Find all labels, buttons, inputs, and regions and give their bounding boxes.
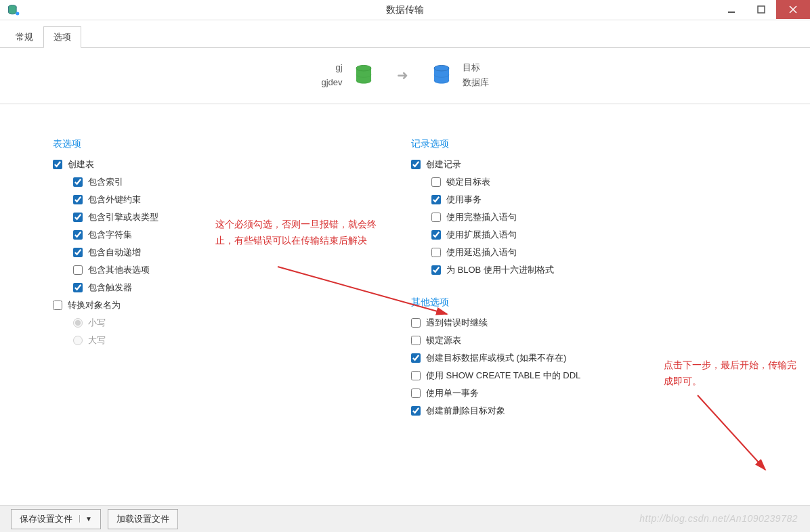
chk-include-fk[interactable]: 包含外键约束 <box>73 194 411 206</box>
annotation-2: 点击下一步，最后开始，传输完成即可。 <box>664 357 799 390</box>
save-settings-button[interactable]: 保存设置文件 ▼ <box>11 509 101 529</box>
source-name: gj <box>321 60 342 75</box>
close-button[interactable] <box>776 0 810 19</box>
chk-full-insert[interactable]: 使用完整插入语句 <box>431 211 769 223</box>
chk-include-fk-box[interactable] <box>73 195 83 204</box>
other-options-title: 其他选项 <box>411 296 769 309</box>
chk-delete-before[interactable]: 创建前删除目标对象 <box>411 405 769 417</box>
chk-use-txn-box[interactable] <box>431 195 441 204</box>
chk-include-charset-box[interactable] <box>73 230 83 240</box>
record-options-title: 记录选项 <box>411 138 769 150</box>
chk-create-table-box[interactable] <box>53 160 62 169</box>
chk-single-txn-box[interactable] <box>411 389 421 398</box>
chk-include-other-box[interactable] <box>73 265 83 275</box>
window-title: 数据传输 <box>386 4 424 16</box>
chk-create-target-db-box[interactable] <box>411 353 421 363</box>
right-column: 记录选项 创建记录 锁定目标表 使用事务 使用完整插入语句 使用扩展插入语句 使… <box>411 138 769 437</box>
chk-create-record[interactable]: 创建记录 <box>411 158 769 171</box>
radio-upper[interactable]: 大写 <box>73 334 411 347</box>
chk-delay-insert[interactable]: 使用延迟插入语句 <box>431 246 769 259</box>
database-icon <box>430 63 453 88</box>
chk-convert-name[interactable]: 转换对象名为 <box>53 299 411 311</box>
chk-ext-insert[interactable]: 使用扩展插入语句 <box>431 229 769 241</box>
target-labels: 目标 数据库 <box>463 60 489 90</box>
chk-blob-hex[interactable]: 为 BLOB 使用十六进制格式 <box>431 264 769 276</box>
chk-blob-hex-box[interactable] <box>431 265 441 275</box>
left-column: 表选项 创建表 包含索引 包含外键约束 包含引擎或表类型 包含字符集 包含自动递… <box>53 138 411 437</box>
maximize-button[interactable] <box>746 0 776 19</box>
transfer-header: gj gjdev ➜ 目标 数据库 <box>0 48 810 104</box>
titlebar: 数据传输 <box>0 0 810 20</box>
radio-lower-input[interactable] <box>73 318 83 328</box>
source-labels: gj gjdev <box>321 60 342 90</box>
chk-delete-before-box[interactable] <box>411 406 421 416</box>
chevron-down-icon[interactable]: ▼ <box>79 515 92 523</box>
chk-include-index[interactable]: 包含索引 <box>73 176 411 188</box>
arrow-icon: ➜ <box>397 67 408 83</box>
case-radio-group: 小写 大写 <box>73 317 411 347</box>
svg-point-1 <box>16 12 19 15</box>
source-block: gj gjdev <box>321 60 375 90</box>
target-name: 目标 <box>463 60 489 75</box>
other-options-section: 其他选项 遇到错误时继续 锁定源表 创建目标数据库或模式 (如果不存在) 使用 … <box>411 296 769 417</box>
database-icon <box>352 63 375 88</box>
svg-rect-3 <box>758 6 765 13</box>
tab-options[interactable]: 选项 <box>43 26 81 48</box>
chk-use-txn[interactable]: 使用事务 <box>431 194 769 206</box>
source-schema: gjdev <box>321 75 342 90</box>
minimize-button[interactable] <box>717 0 746 19</box>
save-settings-label: 保存设置文件 <box>20 513 72 525</box>
chk-include-trigger[interactable]: 包含触发器 <box>73 282 411 294</box>
target-block: 目标 数据库 <box>430 60 489 90</box>
chk-include-other[interactable]: 包含其他表选项 <box>73 264 411 276</box>
chk-lock-target-box[interactable] <box>431 177 441 187</box>
chk-continue-on-error-box[interactable] <box>411 318 421 328</box>
chk-convert-name-box[interactable] <box>53 301 62 310</box>
chk-lock-source-box[interactable] <box>411 336 421 345</box>
chk-include-autoinc-box[interactable] <box>73 248 83 257</box>
app-icon <box>7 3 20 17</box>
table-options-title: 表选项 <box>53 138 411 150</box>
chk-use-show-create-box[interactable] <box>411 371 421 380</box>
chk-continue-on-error[interactable]: 遇到错误时继续 <box>411 317 769 329</box>
radio-upper-input[interactable] <box>73 336 83 345</box>
window-controls <box>717 0 810 19</box>
annotation-1: 这个必须勾选，否则一旦报错，就会终止，有些错误可以在传输结束后解决 <box>215 217 385 249</box>
chk-full-insert-box[interactable] <box>431 213 441 222</box>
radio-lower[interactable]: 小写 <box>73 317 411 329</box>
chk-ext-insert-box[interactable] <box>431 230 441 240</box>
chk-include-index-box[interactable] <box>73 177 83 187</box>
target-schema: 数据库 <box>463 75 489 90</box>
watermark: http://blog.csdn.net/An1090239782 <box>639 513 798 524</box>
chk-create-table[interactable]: 创建表 <box>53 158 411 171</box>
options-content: 表选项 创建表 包含索引 包含外键约束 包含引擎或表类型 包含字符集 包含自动递… <box>0 104 810 437</box>
chk-lock-target[interactable]: 锁定目标表 <box>431 176 769 188</box>
tab-general[interactable]: 常规 <box>5 26 43 48</box>
chk-include-trigger-box[interactable] <box>73 283 83 292</box>
chk-include-engine-box[interactable] <box>73 213 83 222</box>
chk-delay-insert-box[interactable] <box>431 248 441 257</box>
tab-bar: 常规 选项 <box>0 20 810 48</box>
load-settings-button[interactable]: 加载设置文件 <box>108 509 178 529</box>
chk-lock-source[interactable]: 锁定源表 <box>411 334 769 347</box>
load-settings-label: 加载设置文件 <box>116 513 169 525</box>
chk-create-record-box[interactable] <box>411 160 421 169</box>
record-options-section: 记录选项 创建记录 锁定目标表 使用事务 使用完整插入语句 使用扩展插入语句 使… <box>411 138 769 276</box>
